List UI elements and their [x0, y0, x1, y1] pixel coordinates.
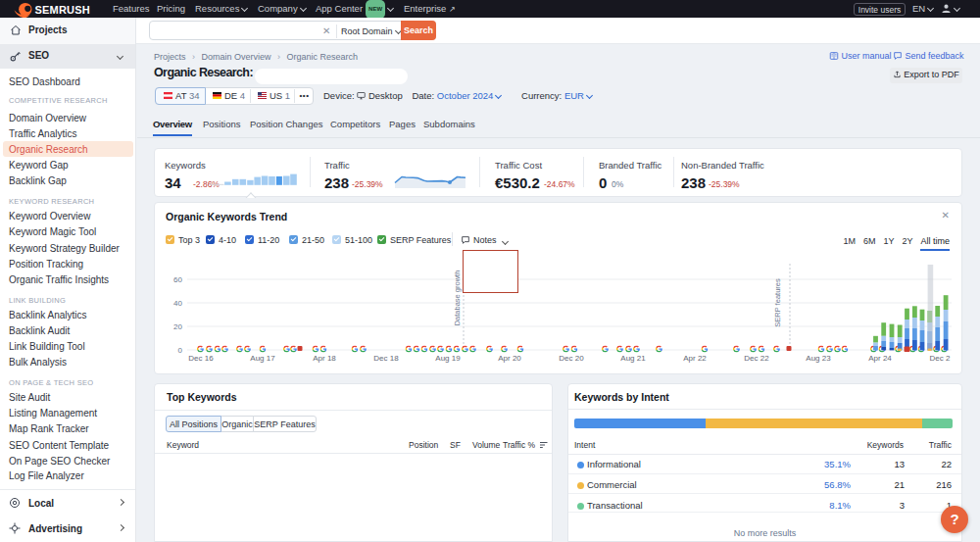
- svg-text:Dec 2: Dec 2: [930, 354, 951, 363]
- svg-text:Dec 22: Dec 22: [744, 354, 769, 363]
- svg-text:60: 60: [173, 275, 182, 284]
- svg-text:Apr 24: Apr 24: [868, 354, 892, 363]
- svg-text:Apr 22: Apr 22: [683, 354, 707, 363]
- svg-text:SEMRUSH: SEMRUSH: [35, 4, 90, 16]
- svg-text:0: 0: [178, 346, 183, 355]
- svg-text:Dec 18: Dec 18: [373, 354, 399, 363]
- svg-text:Aug 19: Aug 19: [435, 354, 461, 363]
- svg-text:Database growth: Database growth: [453, 271, 462, 326]
- svg-text:20: 20: [173, 322, 182, 331]
- svg-text:40: 40: [173, 299, 182, 308]
- svg-text:Dec 20: Dec 20: [559, 354, 584, 363]
- svg-text:SERP features: SERP features: [773, 278, 782, 327]
- svg-text:Aug 17: Aug 17: [250, 354, 275, 363]
- svg-text:Aug 21: Aug 21: [620, 354, 646, 363]
- svg-text:Apr 20: Apr 20: [498, 354, 521, 363]
- svg-text:Dec 16: Dec 16: [188, 354, 214, 363]
- svg-text:Aug 23: Aug 23: [806, 354, 831, 363]
- svg-text:Apr 18: Apr 18: [313, 354, 336, 363]
